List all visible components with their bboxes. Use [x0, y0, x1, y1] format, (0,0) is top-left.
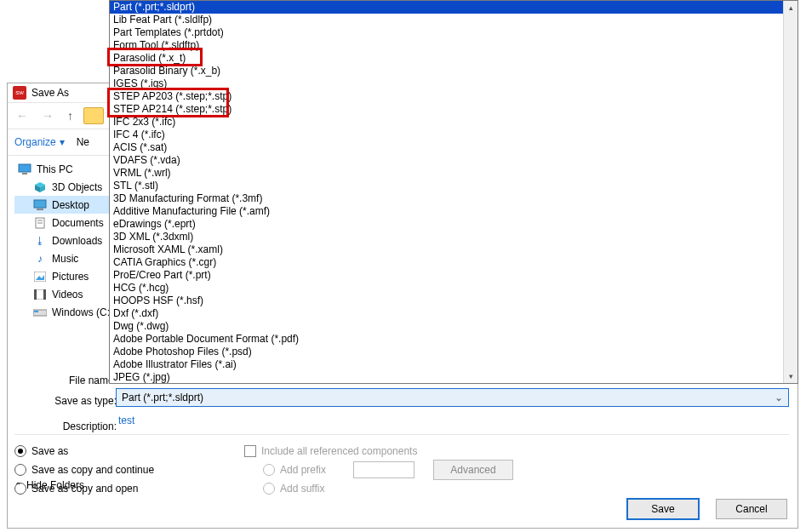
- scrollbar[interactable]: ▴ ▾: [783, 1, 797, 383]
- radio-label: Save as: [31, 445, 68, 457]
- description-value[interactable]: test: [118, 415, 134, 426]
- svg-rect-6: [37, 209, 43, 210]
- tree-item-downloads[interactable]: ⭳ Downloads: [14, 232, 115, 249]
- chevron-down-icon: ▾: [60, 136, 65, 148]
- drive-icon: [33, 306, 47, 318]
- dropdown-item[interactable]: HCG (*.hcg): [110, 282, 784, 295]
- radio-icon: [14, 445, 26, 457]
- radio-label: Add prefix: [280, 464, 326, 476]
- music-icon: ♪: [33, 253, 47, 265]
- dropdown-item[interactable]: Additive Manufacturing File (*.amf): [110, 205, 784, 218]
- tree-item-pictures[interactable]: Pictures: [14, 267, 115, 285]
- dropdown-item[interactable]: Dxf (*.dxf): [110, 307, 784, 320]
- doc-icon: [33, 217, 47, 229]
- save-button[interactable]: Save: [627, 499, 699, 519]
- radio-label: Add suffix: [280, 483, 324, 495]
- svg-rect-1: [22, 173, 27, 174]
- dropdown-item[interactable]: STL (*.stl): [110, 180, 784, 192]
- dropdown-item[interactable]: Form Tool (*.sldftp): [110, 39, 784, 52]
- svg-rect-5: [34, 200, 46, 208]
- tree-item-label: Windows (C:): [52, 306, 113, 318]
- tree-item-videos[interactable]: Videos: [14, 285, 115, 303]
- new-folder-trunc[interactable]: Ne: [77, 136, 89, 148]
- tree-item-label: Downloads: [52, 235, 102, 247]
- desktop-icon: [33, 199, 47, 211]
- radio-save-as[interactable]: Save as: [14, 442, 210, 460]
- dropdown-item[interactable]: IFC 2x3 (*.ifc): [110, 116, 784, 129]
- dropdown-item[interactable]: Parasolid (*.x_t): [110, 52, 784, 65]
- scroll-up-icon[interactable]: ▴: [784, 1, 797, 14]
- svg-rect-0: [19, 164, 31, 172]
- dropdown-item[interactable]: JPEG (*.jpg): [110, 371, 784, 383]
- dropdown-item[interactable]: HOOPS HSF (*.hsf): [110, 295, 784, 307]
- svg-rect-14: [43, 289, 46, 300]
- tree-root-label: This PC: [37, 163, 73, 175]
- dropdown-item[interactable]: Microsoft XAML (*.xaml): [110, 243, 784, 256]
- tree-root-this-pc[interactable]: This PC: [14, 160, 115, 178]
- organize-button[interactable]: Organize ▾: [14, 136, 65, 148]
- svg-rect-16: [34, 311, 38, 312]
- pc-icon: [18, 163, 31, 175]
- dropdown-item[interactable]: eDrawings (*.eprt): [110, 218, 784, 231]
- nav-up-icon[interactable]: ↑: [64, 109, 77, 123]
- dropdown-item[interactable]: 3D XML (*.3dxml): [110, 231, 784, 243]
- radio-icon: [14, 464, 26, 476]
- dropdown-item[interactable]: Parasolid Binary (*.x_b): [110, 65, 784, 77]
- checkbox-include-references: Include all referenced components: [244, 442, 513, 460]
- tree-item-music[interactable]: ♪ Music: [14, 249, 115, 267]
- dropdown-item[interactable]: VDAFS (*.vda): [110, 154, 784, 167]
- tree-item-label: Music: [52, 253, 78, 265]
- tree-item-label: Desktop: [52, 199, 89, 211]
- dropdown-item[interactable]: CATIA Graphics (*.cgr): [110, 256, 784, 269]
- file-type-dropdown[interactable]: Part (*.prt;*.sldprt)Lib Feat Part (*.sl…: [109, 0, 798, 384]
- tree-item-windows-c[interactable]: Windows (C:): [14, 303, 115, 321]
- dropdown-item[interactable]: STEP AP203 (*.step;*.stp): [110, 90, 784, 103]
- dropdown-item[interactable]: Adobe Portable Document Format (*.pdf): [110, 333, 784, 346]
- hide-folders-label: Hide Folders: [26, 479, 84, 491]
- folder-icon: [83, 107, 104, 124]
- save-options: Save as Save as copy and continue Save a…: [14, 434, 789, 498]
- dropdown-item[interactable]: 3D Manufacturing Format (*.3mf): [110, 192, 784, 205]
- navigation-tree: This PC 3D Objects Desktop Documents ⭳ D…: [14, 160, 115, 321]
- nav-back-icon[interactable]: ←: [13, 109, 31, 123]
- cancel-button[interactable]: Cancel: [716, 499, 787, 519]
- scroll-down-icon[interactable]: ▾: [784, 369, 797, 383]
- dropdown-item[interactable]: ACIS (*.sat): [110, 141, 784, 154]
- save-as-type-combobox[interactable]: Part (*.prt;*.sldprt) ⌄: [116, 388, 789, 407]
- filename-label: File name:: [40, 370, 117, 391]
- dropdown-item[interactable]: Dwg (*.dwg): [110, 320, 784, 333]
- dropdown-item[interactable]: IGES (*.igs): [110, 77, 784, 90]
- dropdown-item[interactable]: Part Templates (*.prtdot): [110, 26, 784, 39]
- dropdown-item[interactable]: Adobe Illustrator Files (*.ai): [110, 358, 784, 371]
- dropdown-item[interactable]: VRML (*.wrl): [110, 167, 784, 180]
- dialog-title: Save As: [31, 87, 69, 99]
- dropdown-item[interactable]: Adobe Photoshop Files (*.psd): [110, 346, 784, 358]
- dropdown-item[interactable]: STEP AP214 (*.step;*.stp): [110, 103, 784, 116]
- dropdown-item[interactable]: Lib Feat Part (*.sldlfp): [110, 14, 784, 26]
- tree-item-label: Pictures: [52, 271, 89, 283]
- dropdown-item[interactable]: IFC 4 (*.ifc): [110, 129, 784, 141]
- tree-item-documents[interactable]: Documents: [14, 214, 115, 232]
- save-type-label: Save as type:: [40, 391, 117, 411]
- picture-icon: [33, 271, 47, 283]
- checkbox-icon: [244, 445, 256, 457]
- hide-folders-button[interactable]: ⌃ Hide Folders: [14, 479, 84, 491]
- video-icon: [33, 289, 47, 300]
- prefix-suffix-input: [353, 461, 414, 478]
- dropdown-item[interactable]: Part (*.prt;*.sldprt): [110, 1, 784, 14]
- chevron-down-icon: ⌄: [775, 392, 783, 403]
- tree-item-desktop[interactable]: Desktop: [14, 196, 115, 214]
- dropdown-list: Part (*.prt;*.sldprt)Lib Feat Part (*.sl…: [110, 1, 784, 383]
- app-icon: SW: [13, 86, 26, 100]
- organize-label: Organize: [14, 136, 56, 148]
- advanced-button: Advanced: [433, 460, 513, 480]
- radio-save-copy-continue[interactable]: Save as copy and continue: [14, 460, 210, 479]
- dropdown-item[interactable]: ProE/Creo Part (*.prt): [110, 269, 784, 282]
- nav-forward-icon[interactable]: →: [38, 109, 57, 123]
- tree-item-3d-objects[interactable]: 3D Objects: [14, 178, 115, 196]
- checkbox-label: Include all referenced components: [261, 445, 417, 457]
- svg-rect-13: [34, 289, 37, 300]
- radio-add-suffix: Add suffix: [244, 479, 513, 498]
- tree-item-label: 3D Objects: [52, 181, 102, 193]
- radio-icon: [263, 483, 275, 495]
